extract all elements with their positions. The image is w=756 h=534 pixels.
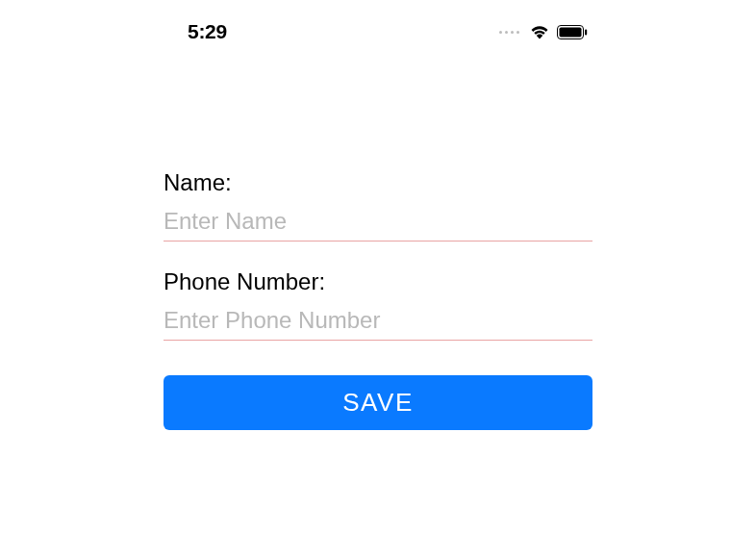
status-icons — [499, 24, 588, 39]
name-input[interactable] — [164, 204, 592, 242]
name-field-group: Name: — [164, 169, 592, 242]
svg-rect-1 — [560, 27, 582, 37]
phone-input[interactable] — [164, 303, 592, 341]
save-button[interactable]: SAVE — [164, 375, 592, 430]
status-bar: 5:29 — [0, 0, 756, 46]
status-time: 5:29 — [188, 20, 227, 43]
phone-field-group: Phone Number: — [164, 268, 592, 341]
wifi-icon — [529, 24, 550, 39]
battery-icon — [557, 25, 588, 39]
svg-rect-2 — [585, 29, 587, 35]
name-label: Name: — [164, 169, 592, 196]
phone-label: Phone Number: — [164, 268, 592, 295]
form-container: Name: Phone Number: SAVE — [0, 46, 756, 430]
cellular-dots-icon — [499, 31, 519, 34]
